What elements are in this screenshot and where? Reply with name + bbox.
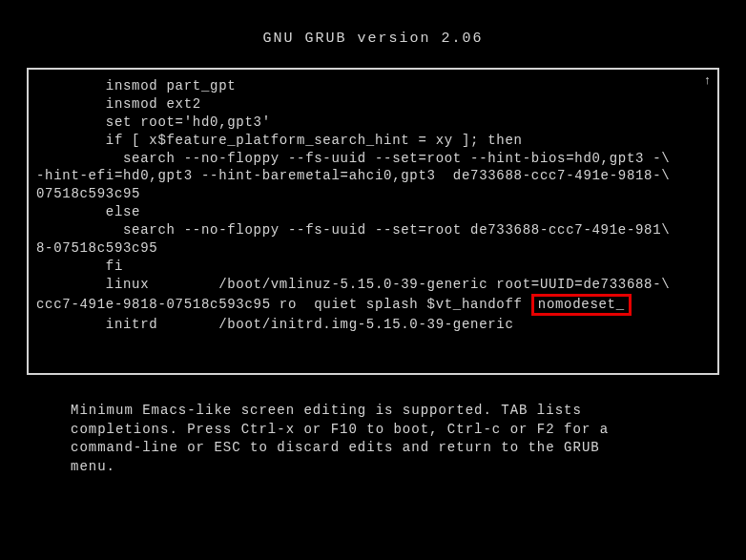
scroll-up-icon: ↑ [704, 73, 712, 88]
code-line: search --no-floppy --fs-uuid --set=root … [36, 151, 670, 166]
code-line: 07518c593c95 [36, 186, 140, 201]
editor-content[interactable]: insmod part_gpt insmod ext2 set root='hd… [36, 77, 714, 334]
code-line: set root='hd0,gpt3' [36, 114, 271, 130]
code-line: linux /boot/vmlinuz-5.15.0-39-generic ro… [36, 277, 670, 292]
code-line: -hint-efi=hd0,gpt3 --hint-baremetal=ahci… [36, 168, 670, 183]
code-line: insmod part_gpt [36, 78, 236, 93]
help-text: Minimum Emacs-like screen editing is sup… [71, 402, 675, 476]
grub-title: GNU GRUB version 2.06 [0, 0, 746, 68]
code-line: insmod ext2 [36, 96, 201, 112]
highlighted-param: nomodeset_ [531, 294, 632, 317]
help-line: Minimum Emacs-like screen editing is sup… [71, 402, 675, 421]
help-line: completions. Press Ctrl-x or F10 to boot… [71, 421, 675, 440]
help-line: command-line or ESC to discard edits and… [71, 439, 675, 458]
code-line: else [36, 204, 140, 219]
code-line: fi [36, 259, 123, 274]
grub-editor[interactable]: ↑ insmod part_gpt insmod ext2 set root='… [27, 68, 719, 375]
code-line: 8-07518c593c95 [36, 240, 157, 256]
code-line: search --no-floppy --fs-uuid --set=root … [36, 222, 670, 238]
code-line: if [ x$feature_platform_search_hint = xy… [36, 133, 523, 148]
code-line: initrd /boot/initrd.img-5.15.0-39-generi… [36, 317, 514, 332]
help-line: menu. [71, 458, 675, 477]
code-line-pre-highlight: ccc7-491e-9818-07518c593c95 ro quiet spl… [36, 297, 531, 312]
